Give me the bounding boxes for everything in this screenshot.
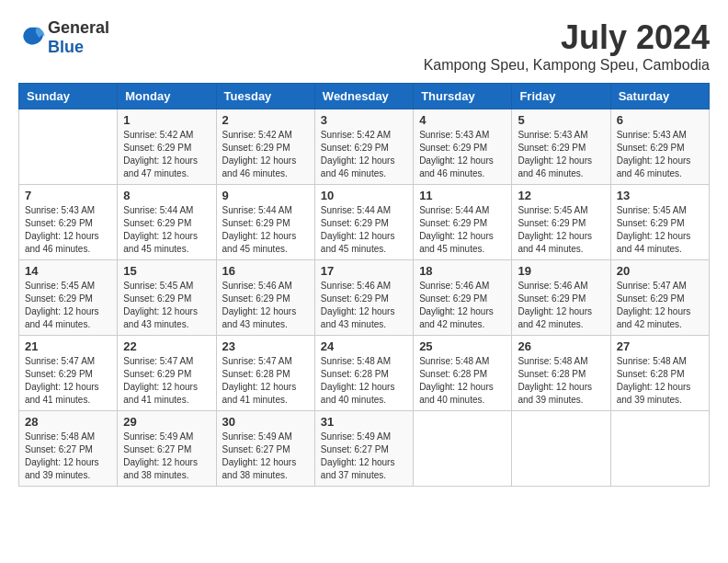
day-info: Sunrise: 5:48 AM Sunset: 6:28 PM Dayligh… (518, 355, 604, 407)
day-info: Sunrise: 5:49 AM Sunset: 6:27 PM Dayligh… (321, 431, 407, 482)
table-row: 14Sunrise: 5:45 AM Sunset: 6:29 PM Dayli… (19, 260, 118, 336)
day-info: Sunrise: 5:45 AM Sunset: 6:29 PM Dayligh… (617, 204, 703, 256)
table-row: 31Sunrise: 5:49 AM Sunset: 6:27 PM Dayli… (314, 411, 413, 487)
day-number: 17 (321, 264, 407, 278)
day-number: 21 (25, 339, 111, 353)
table-row: 18Sunrise: 5:46 AM Sunset: 6:29 PM Dayli… (414, 260, 512, 336)
table-row: 3Sunrise: 5:42 AM Sunset: 6:29 PM Daylig… (314, 109, 413, 185)
table-row: 4Sunrise: 5:43 AM Sunset: 6:29 PM Daylig… (414, 109, 512, 185)
title-section: July 2024 Kampong Speu, Kampong Speu, Ca… (424, 18, 710, 74)
table-row: 22Sunrise: 5:47 AM Sunset: 6:29 PM Dayli… (118, 336, 216, 411)
page-header: General Blue July 2024 Kampong Speu, Kam… (18, 18, 710, 74)
calendar-week-1: 1Sunrise: 5:42 AM Sunset: 6:29 PM Daylig… (19, 109, 710, 185)
day-number: 25 (419, 339, 506, 353)
logo: General Blue (18, 18, 109, 57)
day-info: Sunrise: 5:48 AM Sunset: 6:28 PM Dayligh… (321, 355, 407, 407)
day-number: 3 (321, 113, 407, 127)
day-info: Sunrise: 5:48 AM Sunset: 6:27 PM Dayligh… (25, 431, 111, 482)
day-number: 6 (617, 113, 703, 127)
table-row: 23Sunrise: 5:47 AM Sunset: 6:28 PM Dayli… (216, 336, 314, 411)
day-info: Sunrise: 5:47 AM Sunset: 6:28 PM Dayligh… (222, 355, 309, 407)
day-info: Sunrise: 5:43 AM Sunset: 6:29 PM Dayligh… (25, 204, 111, 256)
header-friday: Friday (512, 84, 610, 109)
logo-icon (18, 24, 46, 52)
day-number: 20 (617, 264, 703, 278)
day-info: Sunrise: 5:46 AM Sunset: 6:29 PM Dayligh… (518, 280, 604, 331)
table-row: 17Sunrise: 5:46 AM Sunset: 6:29 PM Dayli… (314, 260, 413, 336)
day-number: 12 (518, 189, 604, 202)
table-row: 15Sunrise: 5:45 AM Sunset: 6:29 PM Dayli… (118, 260, 216, 336)
day-number: 8 (123, 189, 210, 202)
location: Kampong Speu, Kampong Speu, Cambodia (424, 57, 710, 74)
day-info: Sunrise: 5:43 AM Sunset: 6:29 PM Dayligh… (419, 129, 506, 180)
day-info: Sunrise: 5:42 AM Sunset: 6:29 PM Dayligh… (222, 129, 309, 180)
header-sunday: Sunday (19, 84, 118, 109)
month-year: July 2024 (424, 18, 710, 57)
day-number: 28 (25, 415, 111, 429)
table-row: 10Sunrise: 5:44 AM Sunset: 6:29 PM Dayli… (314, 185, 413, 260)
day-number: 14 (25, 264, 111, 278)
day-number: 29 (123, 415, 210, 429)
day-info: Sunrise: 5:42 AM Sunset: 6:29 PM Dayligh… (123, 129, 210, 180)
day-info: Sunrise: 5:44 AM Sunset: 6:29 PM Dayligh… (419, 204, 506, 256)
day-info: Sunrise: 5:49 AM Sunset: 6:27 PM Dayligh… (222, 431, 309, 482)
table-row: 12Sunrise: 5:45 AM Sunset: 6:29 PM Dayli… (512, 185, 610, 260)
day-info: Sunrise: 5:45 AM Sunset: 6:29 PM Dayligh… (123, 280, 210, 331)
day-number: 9 (222, 189, 309, 202)
day-info: Sunrise: 5:46 AM Sunset: 6:29 PM Dayligh… (321, 280, 407, 331)
day-info: Sunrise: 5:49 AM Sunset: 6:27 PM Dayligh… (123, 431, 210, 482)
day-info: Sunrise: 5:46 AM Sunset: 6:29 PM Dayligh… (222, 280, 309, 331)
table-row: 7Sunrise: 5:43 AM Sunset: 6:29 PM Daylig… (19, 185, 118, 260)
day-info: Sunrise: 5:47 AM Sunset: 6:29 PM Dayligh… (25, 355, 111, 407)
table-row: 20Sunrise: 5:47 AM Sunset: 6:29 PM Dayli… (610, 260, 709, 336)
day-number: 31 (321, 415, 407, 429)
table-row: 26Sunrise: 5:48 AM Sunset: 6:28 PM Dayli… (512, 336, 610, 411)
table-row (610, 411, 709, 487)
day-number: 10 (321, 189, 407, 202)
day-info: Sunrise: 5:47 AM Sunset: 6:29 PM Dayligh… (123, 355, 210, 407)
table-row: 19Sunrise: 5:46 AM Sunset: 6:29 PM Dayli… (512, 260, 610, 336)
calendar-week-2: 7Sunrise: 5:43 AM Sunset: 6:29 PM Daylig… (19, 185, 710, 260)
day-number: 23 (222, 339, 309, 353)
table-row (19, 109, 118, 185)
table-row: 24Sunrise: 5:48 AM Sunset: 6:28 PM Dayli… (314, 336, 413, 411)
header-monday: Monday (118, 84, 216, 109)
day-info: Sunrise: 5:42 AM Sunset: 6:29 PM Dayligh… (321, 129, 407, 180)
day-info: Sunrise: 5:44 AM Sunset: 6:29 PM Dayligh… (123, 204, 210, 256)
table-row: 21Sunrise: 5:47 AM Sunset: 6:29 PM Dayli… (19, 336, 118, 411)
day-number: 22 (123, 339, 210, 353)
header-wednesday: Wednesday (314, 84, 413, 109)
day-info: Sunrise: 5:45 AM Sunset: 6:29 PM Dayligh… (25, 280, 111, 331)
table-row: 25Sunrise: 5:48 AM Sunset: 6:28 PM Dayli… (414, 336, 512, 411)
logo-text-general: General (48, 18, 109, 37)
day-number: 4 (419, 113, 506, 127)
table-row: 8Sunrise: 5:44 AM Sunset: 6:29 PM Daylig… (118, 185, 216, 260)
calendar-header-row: Sunday Monday Tuesday Wednesday Thursday… (19, 84, 710, 109)
table-row: 28Sunrise: 5:48 AM Sunset: 6:27 PM Dayli… (19, 411, 118, 487)
table-row: 5Sunrise: 5:43 AM Sunset: 6:29 PM Daylig… (512, 109, 610, 185)
table-row: 11Sunrise: 5:44 AM Sunset: 6:29 PM Dayli… (414, 185, 512, 260)
calendar-week-3: 14Sunrise: 5:45 AM Sunset: 6:29 PM Dayli… (19, 260, 710, 336)
table-row: 6Sunrise: 5:43 AM Sunset: 6:29 PM Daylig… (610, 109, 709, 185)
day-info: Sunrise: 5:45 AM Sunset: 6:29 PM Dayligh… (518, 204, 604, 256)
header-thursday: Thursday (414, 84, 512, 109)
day-number: 7 (25, 189, 111, 202)
day-info: Sunrise: 5:46 AM Sunset: 6:29 PM Dayligh… (419, 280, 506, 331)
day-info: Sunrise: 5:48 AM Sunset: 6:28 PM Dayligh… (419, 355, 506, 407)
header-saturday: Saturday (610, 84, 709, 109)
day-number: 1 (123, 113, 210, 127)
day-number: 15 (123, 264, 210, 278)
table-row (414, 411, 512, 487)
day-info: Sunrise: 5:43 AM Sunset: 6:29 PM Dayligh… (518, 129, 604, 180)
day-number: 30 (222, 415, 309, 429)
day-number: 11 (419, 189, 506, 202)
calendar-week-5: 28Sunrise: 5:48 AM Sunset: 6:27 PM Dayli… (19, 411, 710, 487)
table-row: 9Sunrise: 5:44 AM Sunset: 6:29 PM Daylig… (216, 185, 314, 260)
day-info: Sunrise: 5:48 AM Sunset: 6:28 PM Dayligh… (617, 355, 703, 407)
day-number: 2 (222, 113, 309, 127)
day-number: 18 (419, 264, 506, 278)
day-number: 24 (321, 339, 407, 353)
logo-text-blue: Blue (48, 38, 84, 56)
table-row: 1Sunrise: 5:42 AM Sunset: 6:29 PM Daylig… (118, 109, 216, 185)
table-row: 2Sunrise: 5:42 AM Sunset: 6:29 PM Daylig… (216, 109, 314, 185)
